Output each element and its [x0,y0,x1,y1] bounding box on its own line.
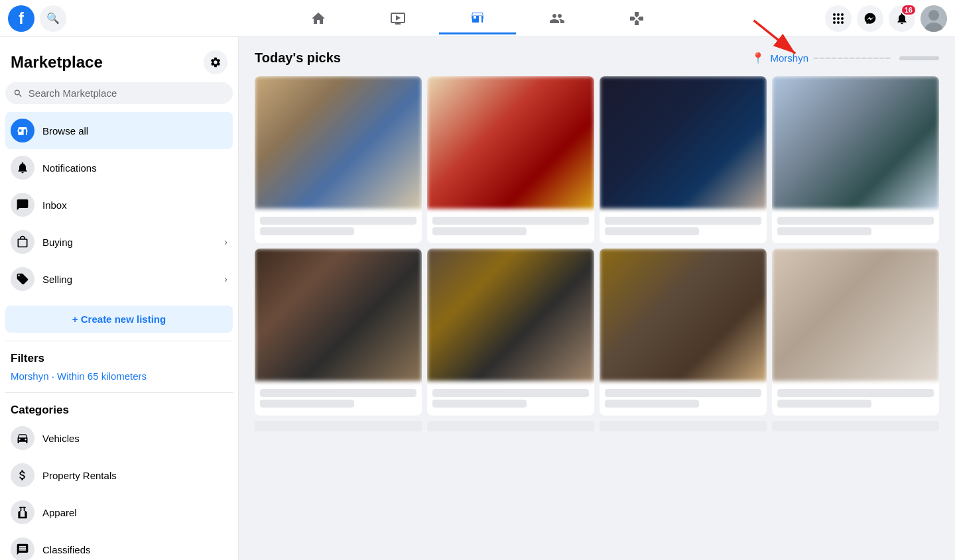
listing-name-blur [432,227,527,235]
listing-name-blur [605,400,699,408]
svg-point-6 [833,21,836,24]
category-classifieds[interactable]: Classifieds [5,531,233,560]
filter-location[interactable]: Morshyn · Within 65 kilometers [5,368,233,387]
sidebar-item-inbox[interactable]: Inbox [5,186,233,223]
listing-info [427,209,594,243]
sidebar-item-buying[interactable]: Buying › [5,223,233,260]
classifieds-label: Classifieds [42,544,91,555]
messenger-button[interactable] [857,5,883,32]
category-vehicles[interactable]: Vehicles [5,420,233,457]
settings-button[interactable] [204,50,227,74]
partial-item [600,421,767,431]
listing-card[interactable] [772,76,939,243]
apparel-label: Apparel [42,507,77,518]
partial-item [255,421,422,431]
nav-home-button[interactable] [280,3,357,34]
content-header: Today's picks 📍 Morshyn ━━━━━━━━━━━━━ [255,50,939,66]
listing-image [772,249,939,381]
buying-label: Buying [42,237,216,248]
apparel-icon [11,500,34,524]
nav-gaming-button[interactable] [598,3,675,34]
sidebar-item-browse-all[interactable]: Browse all [5,112,233,149]
watch-icon [390,11,406,27]
svg-point-1 [837,13,840,16]
groups-icon [549,11,565,27]
nav-watch-button[interactable] [359,3,436,34]
search-input[interactable] [29,87,225,99]
home-icon [310,11,326,27]
partial-item [772,421,939,431]
listing-card[interactable] [255,76,422,243]
selling-icon [11,267,34,291]
listing-card[interactable] [600,249,767,416]
listing-card[interactable] [600,76,767,243]
sidebar-divider-1 [5,341,233,341]
main-content: Today's picks 📍 Morshyn ━━━━━━━━━━━━━ [239,37,955,560]
create-listing-button[interactable]: + Create new listing [5,306,233,333]
facebook-logo[interactable]: f [8,5,34,32]
listing-price-blur [605,389,761,397]
svg-point-2 [841,13,844,16]
filters-title: Filters [5,347,233,368]
listing-info [772,381,939,416]
location-text[interactable]: Morshyn [770,52,808,64]
notification-badge: 16 [901,4,917,16]
sidebar-item-notifications[interactable]: Notifications [5,149,233,186]
location-range-bar: ━━━━━━━━━━━━━ [814,54,891,63]
listing-card[interactable] [772,249,939,416]
nav-center [239,3,716,34]
svg-point-3 [833,17,836,20]
buying-icon [11,230,34,254]
bottom-partial-row [255,421,939,431]
listing-price-blur [432,389,589,397]
listing-info [427,381,594,416]
apps-grid-button[interactable] [825,5,852,32]
sidebar-item-selling[interactable]: Selling › [5,260,233,298]
listing-image [772,76,939,209]
search-icon: 🔍 [46,12,60,25]
listing-info [255,209,422,243]
create-listing-label: + Create new listing [72,313,166,325]
sidebar: Marketplace Browse all Notifications Inb… [0,37,239,560]
inbox-label: Inbox [42,199,227,211]
nav-search-button[interactable]: 🔍 [40,5,66,32]
property-rentals-label: Property Rentals [42,470,117,481]
listing-card[interactable] [255,249,422,416]
notifications-button[interactable]: 16 [889,5,915,32]
partial-item [427,421,594,431]
gear-icon [210,56,222,68]
nav-groups-button[interactable] [519,3,596,34]
listing-price-blur [260,389,416,397]
listings-grid [255,76,939,416]
category-apparel[interactable]: Apparel [5,494,233,531]
marketplace-icon [470,9,485,25]
svg-point-0 [833,13,836,16]
vehicles-icon [11,426,34,450]
search-bar[interactable] [5,82,233,104]
listing-card[interactable] [427,249,594,416]
listing-price-blur [260,217,416,225]
svg-point-4 [837,17,840,20]
listing-price-blur [432,217,589,225]
selling-chevron-icon: › [224,274,227,284]
listing-image [255,249,422,381]
user-avatar[interactable] [921,5,947,32]
listing-image [600,76,767,209]
top-navigation: f 🔍 16 [0,0,955,37]
category-property-rentals[interactable]: Property Rentals [5,457,233,494]
listing-image [427,76,594,209]
browse-all-icon [11,119,34,142]
listing-name-blur [605,227,699,235]
notifications-sidebar-icon [11,156,34,180]
listing-name-blur [777,227,871,235]
listing-info [600,209,767,243]
nav-right: 16 [716,5,955,32]
nav-marketplace-button[interactable] [439,3,516,34]
svg-point-8 [841,21,844,24]
messenger-icon [863,12,877,25]
sidebar-header: Marketplace [5,45,233,82]
listing-card[interactable] [427,76,594,243]
sidebar-title: Marketplace [11,53,103,72]
search-icon [13,88,23,99]
categories-title: Categories [5,398,233,420]
